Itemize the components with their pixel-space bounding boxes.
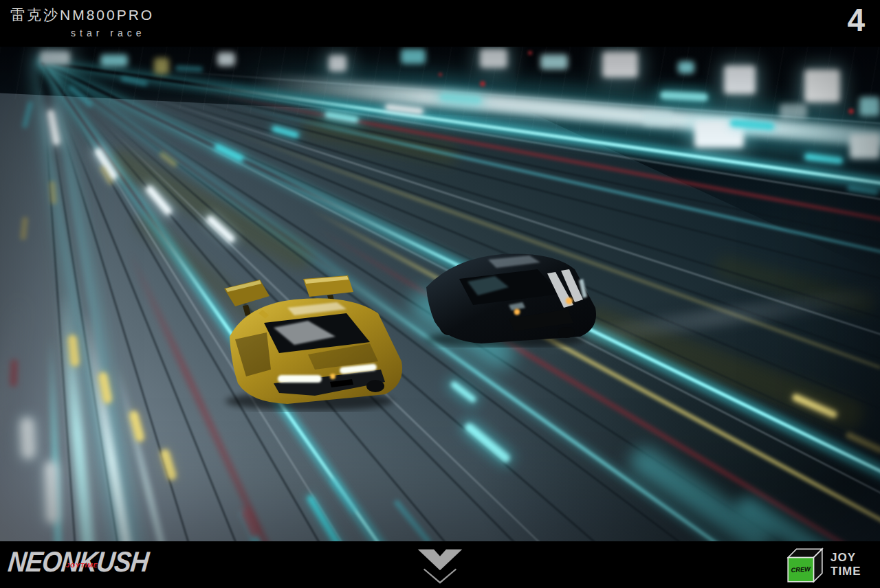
wall-light — [480, 49, 507, 68]
neon-cyan-line — [41, 60, 880, 515]
neon-cyan-line — [40, 61, 397, 541]
neon-yellow-line — [41, 61, 880, 369]
rail-sheen — [41, 61, 880, 229]
neon-band-halo — [39, 47, 880, 171]
lane-groove — [41, 60, 880, 482]
neon-cyan-halo — [38, 60, 399, 541]
neon-dash-yellow — [791, 393, 838, 419]
neon-red-line — [40, 60, 880, 541]
neon-dash — [120, 76, 148, 87]
joytime-logo: CREW JOY TIME — [785, 545, 873, 585]
neon-band — [41, 53, 880, 158]
lane-groove — [41, 61, 83, 541]
lane-groove — [41, 61, 484, 541]
headlight-amber-left — [514, 309, 520, 315]
hood-stripe — [561, 269, 583, 302]
neon-dash-yellow — [129, 410, 145, 443]
crew-cube-label: CREW — [791, 565, 811, 574]
neon-dash-yellow — [67, 335, 80, 367]
lane-groove — [41, 60, 880, 277]
rail-sheen — [41, 61, 880, 138]
neon-dash — [205, 214, 236, 245]
neon-dash-red — [239, 506, 260, 539]
chevron-down-icon — [411, 548, 469, 584]
tunnel-wall-texture — [0, 47, 880, 150]
neon-dash-red — [10, 359, 17, 387]
subtitle: star race — [71, 27, 154, 38]
neon-dash — [393, 499, 432, 541]
neon-red-line — [41, 60, 880, 247]
wall-light — [859, 97, 880, 116]
rail-sheen — [41, 61, 880, 521]
wall-light — [217, 52, 235, 66]
neon-dash — [272, 126, 300, 139]
neon-dash — [94, 147, 119, 181]
wall-light — [694, 120, 744, 148]
neon-cyan-halo — [41, 58, 880, 214]
wall-light — [602, 52, 638, 78]
neon-cyan-line — [41, 60, 880, 541]
neon-dash-yellow — [99, 165, 114, 185]
neon-dash — [660, 91, 709, 102]
headlight-right — [340, 363, 377, 374]
neon-dash — [730, 119, 775, 131]
wall-light — [678, 61, 694, 74]
neon-dash — [44, 462, 58, 524]
rear-wing-right — [303, 275, 353, 297]
car-shadow — [426, 331, 585, 348]
neon-dash — [847, 184, 879, 195]
lane-groove — [41, 61, 135, 541]
joytime-line2: TIME — [830, 565, 861, 578]
headlight-left — [278, 375, 322, 383]
neon-dash — [144, 184, 173, 216]
rear-wing-left — [224, 280, 270, 306]
poster-root: { "header": { "title": "雷克沙NM800PRO", "s… — [0, 0, 880, 588]
neon-dash — [237, 508, 264, 541]
front-grille — [509, 309, 573, 331]
neon-red-line — [38, 61, 294, 541]
amber-light — [330, 374, 336, 379]
top-letterbox-bar: 雷克沙NM800PRO star race 4 — [0, 0, 880, 47]
joytime-wordmark: JOY TIME — [830, 551, 861, 578]
wall-light — [850, 134, 880, 159]
neon-dash — [47, 109, 61, 146]
wall-red-light — [848, 109, 854, 114]
lens-beam — [537, 284, 880, 352]
wall-light — [644, 111, 672, 126]
neon-dash — [385, 104, 424, 115]
neon-dash — [440, 93, 482, 104]
tunnel-wall — [0, 47, 880, 136]
neon-dash — [21, 101, 33, 129]
lens-beam — [0, 290, 33, 541]
lane-groove — [41, 60, 880, 451]
race-scene — [0, 47, 880, 541]
neon-dash — [324, 111, 360, 124]
rail-sheen — [41, 61, 388, 541]
joytime-line1: JOY — [830, 551, 861, 565]
neon-dash-yellow — [845, 431, 880, 455]
product-title: 雷克沙NM800PRO — [10, 5, 154, 25]
olive-patch — [104, 144, 316, 273]
neon-dash — [213, 143, 244, 162]
lane-groove — [41, 60, 572, 541]
neon-dash-yellow — [20, 216, 29, 240]
bottom-letterbox-bar: NEONKUSH JOYTIME CREW JOY TIME — [0, 541, 880, 588]
gold-race-car — [205, 273, 412, 412]
car-body — [230, 298, 402, 404]
lane-groove — [41, 60, 756, 541]
wall-light — [100, 54, 128, 67]
olive-patch — [712, 253, 877, 317]
car-shadow — [226, 392, 393, 411]
page-number: 4 — [847, 1, 865, 39]
wall-light — [804, 69, 840, 102]
neon-corner-streak — [38, 62, 64, 541]
lane-groove — [41, 60, 878, 541]
neon-dash-yellow — [159, 151, 179, 168]
chevron-v-logo — [411, 548, 469, 584]
wall-light — [724, 65, 756, 94]
neon-dash — [67, 84, 94, 109]
headlight-amber-right — [566, 297, 573, 304]
olive-patch — [300, 115, 459, 166]
neon-glow-patch — [625, 442, 777, 541]
neon-corner-streak — [36, 61, 144, 541]
